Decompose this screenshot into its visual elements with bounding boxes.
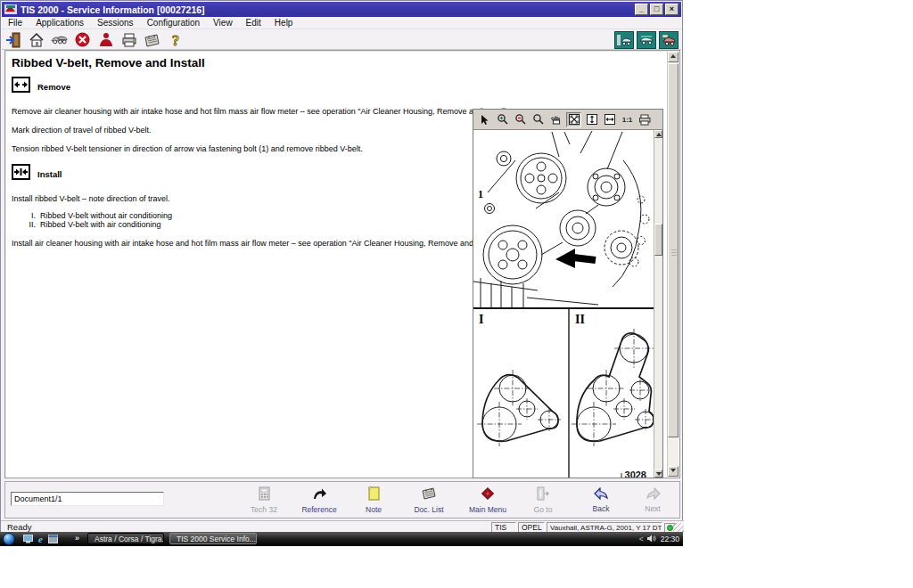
- clock[interactable]: 22:30: [661, 535, 679, 543]
- quick-launch-desktop-icon[interactable]: [23, 535, 33, 543]
- task-button-tis2000[interactable]: TIS 2000 Service Info...: [169, 533, 257, 544]
- go-to-label: Go to: [517, 505, 569, 514]
- task-label: Astra / Corsa / Tigra...: [95, 535, 164, 543]
- main-menu-label: Main Menu: [462, 505, 514, 514]
- menu-sessions[interactable]: Sessions: [95, 18, 136, 28]
- scroll-up-icon[interactable]: [654, 130, 662, 138]
- svg-text:e: e: [38, 535, 43, 543]
- image-print-icon[interactable]: [637, 112, 653, 127]
- doc-list-button[interactable]: Doc. List: [403, 486, 455, 514]
- image-viewer-panel: 1:1: [473, 109, 663, 478]
- home-icon[interactable]: [28, 31, 45, 48]
- task-button-browser[interactable]: e Astra / Corsa / Tigra...: [87, 533, 164, 544]
- list-item-number: I.: [21, 211, 36, 220]
- main-menu-button[interactable]: Main Menu: [462, 486, 514, 514]
- figure-number: 3028: [625, 470, 646, 478]
- tis-app-icon: [4, 4, 17, 14]
- remove-heading: Remove: [37, 82, 70, 93]
- reference-label: Reference: [293, 505, 345, 514]
- list-item: I.Ribbed V-belt without air conditioning: [21, 211, 172, 220]
- menu-view[interactable]: View: [211, 18, 234, 28]
- status-text: Ready: [7, 522, 31, 532]
- customer-icon[interactable]: [97, 31, 114, 48]
- document-scrollbar[interactable]: [667, 52, 679, 477]
- paragraph-remove-1: Remove air cleaner housing with air inta…: [12, 107, 511, 116]
- scroll-down-icon[interactable]: [654, 470, 662, 478]
- list-item-text: Ribbed V-belt without air conditioning: [40, 211, 172, 220]
- install-icon: [12, 164, 30, 180]
- next-button[interactable]: Next: [627, 486, 679, 513]
- image-scroll-thumb[interactable]: [654, 224, 662, 256]
- window-title: TIS 2000 - Service Information [00027216…: [21, 4, 635, 15]
- start-button[interactable]: [3, 533, 15, 545]
- zoom-out-icon[interactable]: [513, 112, 528, 127]
- go-to-button[interactable]: Go to: [517, 486, 569, 514]
- note-button[interactable]: Note: [348, 486, 399, 514]
- card-index-icon[interactable]: [144, 31, 160, 48]
- quick-launch-window-icon[interactable]: [48, 535, 58, 543]
- pointer-icon[interactable]: [477, 112, 492, 127]
- note-icon: [368, 486, 380, 501]
- reference-icon: [312, 486, 327, 501]
- tech32-icon: [259, 486, 270, 501]
- list-item-number: II.: [21, 220, 36, 229]
- image-scrollbar[interactable]: [654, 130, 662, 478]
- system-tray: < 22:30: [639, 533, 679, 544]
- taskbar: e » e Astra / Corsa / Tigra... TIS 2000 …: [0, 532, 683, 546]
- technical-illustration: 1: [473, 130, 655, 478]
- vehicle-data-icon[interactable]: [614, 31, 634, 49]
- fit-height-icon[interactable]: [584, 112, 599, 127]
- reference-button[interactable]: Reference: [293, 486, 345, 514]
- volume-icon[interactable]: [647, 535, 657, 543]
- scroll-up-icon[interactable]: [668, 52, 679, 62]
- go-to-icon: [536, 486, 550, 501]
- remove-icon: [12, 77, 30, 93]
- menu-applications[interactable]: Applications: [34, 18, 86, 28]
- menu-configuration[interactable]: Configuration: [145, 18, 202, 28]
- fit-width-icon[interactable]: [602, 112, 617, 127]
- menu-help[interactable]: Help: [273, 18, 295, 28]
- vehicle-info-icon[interactable]: [659, 31, 679, 49]
- vehicle-compare-icon[interactable]: [637, 31, 656, 49]
- maximize-button[interactable]: □: [650, 4, 663, 15]
- tech32-button[interactable]: Tech 32: [238, 486, 290, 514]
- menu-edit[interactable]: Edit: [244, 18, 263, 28]
- exit-icon[interactable]: [4, 31, 21, 48]
- engine-front-figure: 1: [473, 130, 655, 307]
- back-label: Back: [575, 504, 627, 513]
- fit-page-icon[interactable]: [566, 112, 581, 127]
- help-icon[interactable]: ?: [167, 31, 184, 48]
- quick-launch-ie-icon[interactable]: e: [36, 535, 45, 543]
- next-label: Next: [627, 504, 679, 513]
- note-label: Note: [348, 505, 399, 514]
- list-item-text: Ribbed V-belt with air conditioning: [40, 220, 161, 229]
- tray-chevron[interactable]: <: [639, 535, 644, 543]
- close-button[interactable]: ×: [665, 4, 679, 15]
- remove-section-header: Remove: [12, 77, 70, 93]
- pan-hand-icon[interactable]: [548, 112, 563, 127]
- stop-icon[interactable]: [74, 31, 91, 48]
- list-item: II.Ribbed V-belt with air conditioning: [21, 220, 161, 229]
- one-to-one-icon[interactable]: 1:1: [620, 112, 635, 127]
- back-button[interactable]: Back: [575, 486, 627, 513]
- window-controls: _ □ ×: [635, 4, 679, 15]
- task-label: TIS 2000 Service Info...: [177, 535, 256, 543]
- print-icon[interactable]: [120, 31, 137, 48]
- quick-launch-overflow-chevron[interactable]: »: [75, 534, 79, 543]
- main-toolbar: ?: [2, 29, 681, 50]
- minimize-button[interactable]: _: [635, 4, 648, 15]
- document-scroll-thumb[interactable]: [668, 63, 679, 437]
- tech32-label: Tech 32: [238, 505, 290, 514]
- page-title: Ribbed V-belt, Remove and Install: [12, 56, 205, 69]
- zoom-icon[interactable]: [531, 112, 546, 127]
- scroll-down-icon[interactable]: [668, 466, 679, 477]
- tis2000-window: TIS 2000 - Service Information [00027216…: [0, 0, 683, 532]
- titlebar: TIS 2000 - Service Information [00027216…: [2, 2, 681, 17]
- paragraph-install-1: Install ribbed V-belt – note direction o…: [12, 194, 170, 203]
- zoom-in-icon[interactable]: [495, 112, 510, 127]
- variant-label-II: II: [575, 313, 585, 326]
- screen: TIS 2000 - Service Information [00027216…: [0, 0, 913, 588]
- menu-file[interactable]: File: [6, 18, 24, 28]
- document-field[interactable]: Document1/1: [11, 492, 164, 506]
- vehicles-icon[interactable]: [51, 31, 68, 48]
